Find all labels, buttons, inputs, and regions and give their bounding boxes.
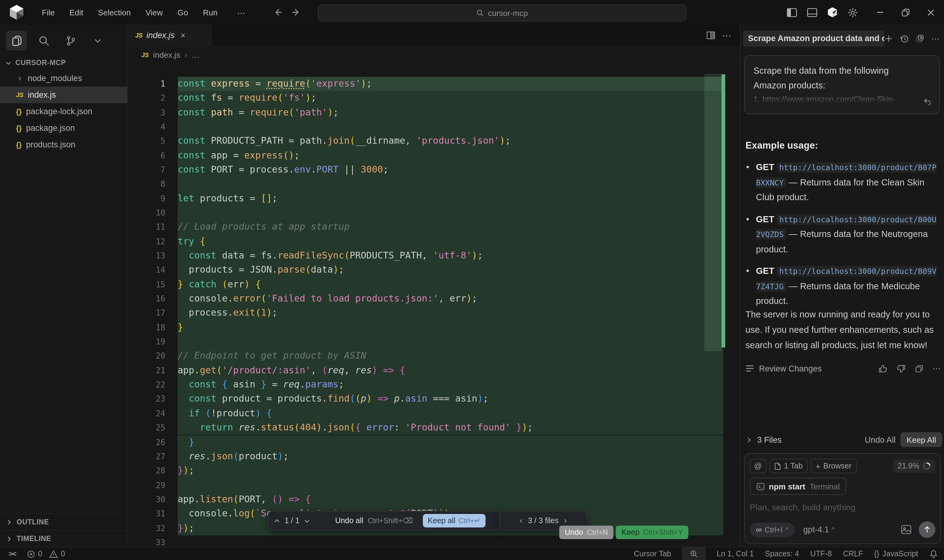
undo-button[interactable]: Undo Ctrl+N (559, 526, 613, 539)
toggle-sidebar-icon[interactable] (784, 5, 799, 20)
nav-back-icon[interactable] (273, 8, 283, 17)
menu-view[interactable]: View (139, 5, 169, 19)
cursor-tab-status[interactable]: Cursor Tab (634, 549, 671, 558)
code-line-20[interactable]: // Endpoint to get product by ASIN (177, 349, 723, 363)
keep-all-files-button[interactable]: Keep All (901, 432, 942, 447)
code-line-28[interactable]: }); (177, 464, 723, 478)
menu-more[interactable]: ⋯ (232, 6, 250, 20)
add-browser-pill[interactable]: + Browser (811, 459, 856, 474)
code-line-11[interactable]: // Load products at app startup (177, 220, 723, 235)
timeline-section[interactable]: TIMELINE (0, 530, 127, 546)
code-line-5[interactable]: const PRODUCTS_PATH = path.join(__dirnam… (177, 134, 723, 149)
code-line-24[interactable]: if (!product) { (177, 406, 723, 421)
code-line-12[interactable]: try { (177, 234, 723, 249)
copy-response-icon[interactable] (915, 365, 923, 372)
sidebar-item-package-lock.json[interactable]: {}package-lock.json (0, 103, 127, 120)
files-count-label[interactable]: 3 Files (757, 435, 782, 444)
sidebar-item-products.json[interactable]: {}products.json (0, 136, 127, 153)
indentation-status[interactable]: Spaces: 4 (765, 549, 799, 558)
search-sidebar-icon[interactable] (33, 31, 54, 50)
code-line-19[interactable] (177, 335, 723, 349)
cursor-ai-icon[interactable] (825, 5, 839, 20)
agent-mode-selector[interactable]: ∞ Ctrl+I ^ (750, 522, 794, 537)
chat-composer[interactable]: @ 1 Tab + Browser 21.9% npm start (744, 453, 941, 544)
notifications-bell-icon[interactable] (929, 549, 938, 558)
context-usage-indicator[interactable]: 21.9% (893, 459, 935, 473)
open-in-editor-icon[interactable] (916, 34, 924, 43)
nav-forward-icon[interactable] (291, 8, 301, 17)
menu-go[interactable]: Go (171, 5, 194, 19)
menu-selection[interactable]: Selection (92, 5, 137, 19)
chevron-right-icon[interactable]: › (564, 516, 567, 525)
model-selector[interactable]: gpt-4.1 ^ (803, 525, 834, 534)
chevron-up-icon[interactable] (273, 517, 280, 524)
mention-button[interactable]: @ (750, 459, 766, 474)
code-line-27[interactable]: res.json(product); (177, 449, 723, 464)
thumbs-up-icon[interactable] (878, 364, 887, 373)
search-input[interactable]: cursor-mcp (318, 4, 686, 22)
language-status[interactable]: {} JavaScript (874, 549, 918, 558)
code-line-10[interactable] (177, 206, 723, 220)
code-line-2[interactable]: const fs = require('fs'); (177, 91, 723, 106)
eol-status[interactable]: CRLF (843, 549, 863, 558)
encoding-status[interactable]: UTF-8 (810, 549, 832, 558)
history-icon[interactable] (900, 34, 909, 43)
code-line-14[interactable]: products = JSON.parse(data); (177, 263, 723, 277)
scrollbar-thumb[interactable] (704, 74, 722, 351)
sidebar-item-index.js[interactable]: JSindex.js (0, 86, 127, 103)
menu-file[interactable]: File (35, 5, 61, 19)
toggle-panel-icon[interactable] (805, 5, 819, 20)
sidebar-item-node_modules[interactable]: node_modules (0, 70, 127, 86)
code-line-6[interactable]: const app = express(); (177, 148, 723, 163)
restore-checkpoint-icon[interactable] (922, 97, 932, 106)
breadcrumb-symbol[interactable]: … (191, 50, 199, 60)
menu-run[interactable]: Run (197, 5, 224, 19)
code-line-7[interactable]: const PORT = process.env.PORT || 3000; (177, 163, 723, 177)
code-line-26[interactable]: } (177, 435, 723, 449)
settings-gear-icon[interactable] (845, 5, 860, 20)
review-changes-label[interactable]: Review Changes (759, 364, 822, 373)
views-chevron-down-icon[interactable] (87, 31, 108, 50)
terminal-command-pill[interactable]: npm start Terminal (750, 478, 847, 495)
outline-section[interactable]: OUTLINE (0, 513, 127, 530)
window-restore-icon[interactable] (898, 5, 913, 20)
code-line-13[interactable]: const data = fs.readFileSync(PRODUCTS_PA… (177, 249, 723, 263)
keep-all-button[interactable]: Keep all Ctrl+↵ (423, 514, 486, 528)
remote-indicator[interactable]: >< (9, 549, 16, 558)
chevron-down-icon[interactable] (304, 517, 311, 524)
menu-edit[interactable]: Edit (63, 5, 89, 19)
cursor-position-status[interactable]: Ln 1, Col 1 (717, 549, 754, 558)
attach-image-icon[interactable] (901, 525, 912, 534)
window-close-icon[interactable] (923, 5, 938, 20)
code-line-29[interactable] (177, 478, 723, 492)
code-line-30[interactable]: app.listen(PORT, () => { (177, 492, 723, 507)
code-line-3[interactable]: const path = require('path'); (177, 105, 723, 120)
chat-more-icon[interactable]: ⋯ (931, 34, 940, 44)
code-line-9[interactable]: let products = []; (177, 191, 723, 206)
code-line-16[interactable]: console.error('Failed to load products.j… (177, 292, 723, 306)
chat-tab-title[interactable]: Scrape Amazon product data and c (743, 31, 884, 47)
undo-all-button[interactable]: Undo all (335, 516, 364, 525)
undo-all-files-button[interactable]: Undo All (865, 435, 896, 444)
code-line-21[interactable]: app.get('/product/:asin', (req, res) => … (177, 363, 723, 378)
code-line-8[interactable] (177, 177, 723, 192)
response-more-icon[interactable]: ⋯ (932, 363, 941, 373)
thumbs-down-icon[interactable] (897, 364, 906, 373)
sidebar-item-package.json[interactable]: {}package.json (0, 120, 127, 136)
explorer-files-icon[interactable] (6, 31, 27, 50)
code-line-15[interactable]: } catch (err) { (177, 277, 723, 292)
new-chat-icon[interactable] (884, 34, 893, 43)
tab-close-icon[interactable]: × (181, 31, 185, 40)
code-line-23[interactable]: const product = products.find((p) => p.a… (177, 392, 723, 406)
code-line-17[interactable]: process.exit(1); (177, 306, 723, 320)
code-line-1[interactable]: const express = require('express'); (177, 77, 723, 91)
code-area[interactable]: const express = require('express');const… (177, 77, 723, 546)
zoom-status[interactable] (682, 547, 705, 560)
composer-placeholder[interactable]: Plan, search, build anything (750, 502, 935, 512)
code-line-18[interactable]: } (177, 320, 723, 335)
chevron-right-icon[interactable] (745, 436, 752, 443)
breadcrumb-file[interactable]: index.js (153, 50, 180, 60)
source-control-icon[interactable] (60, 31, 81, 50)
send-button[interactable] (919, 521, 935, 538)
project-header[interactable]: CURSOR-MCP (0, 55, 132, 70)
